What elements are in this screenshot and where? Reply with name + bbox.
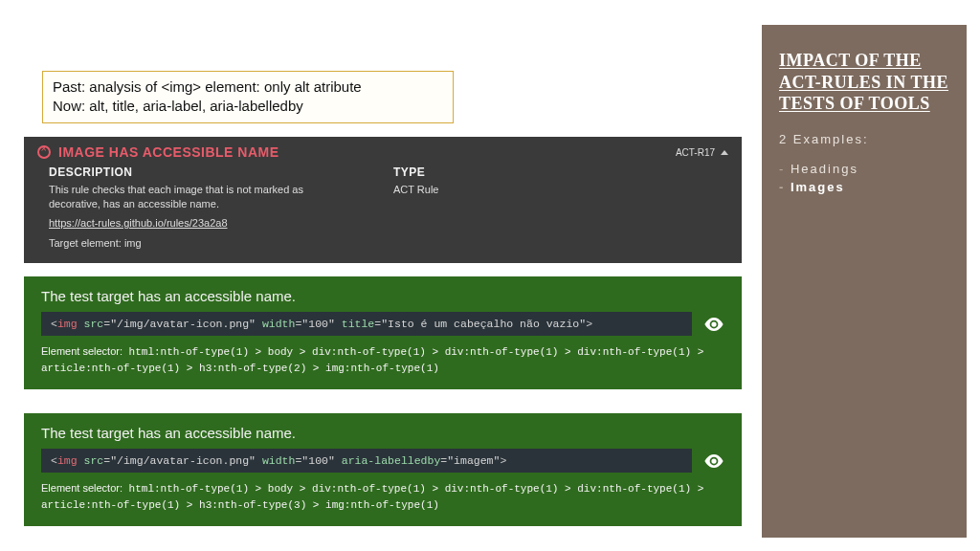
rule-card: IMAGE HAS ACCESSIBLE NAME ACT-R17 DESCRI… <box>24 137 742 263</box>
test-message: The test target has an accessible name. <box>24 276 742 312</box>
element-selector: Element selector: html:nth-of-type(1) > … <box>24 336 742 389</box>
test-result-1: The test target has an accessible name. … <box>24 276 742 389</box>
sidebar-title: IMPACT OF THE ACT-RULES IN THE TESTS OF … <box>779 50 949 115</box>
sidebar-item-images[interactable]: Images <box>779 178 949 196</box>
rule-code: ACT-R17 <box>676 147 715 158</box>
target-element: Target element: img <box>49 236 355 251</box>
code-snippet: <img src="/img/avatar-icon.png" width="1… <box>41 449 692 473</box>
sidebar: IMPACT OF THE ACT-RULES IN THE TESTS OF … <box>762 25 967 538</box>
test-message: The test target has an accessible name. <box>24 413 742 449</box>
type-heading: TYPE <box>393 165 438 179</box>
comparison-note: Past: analysis of <img> element: only al… <box>42 71 454 123</box>
code-snippet: <img src="/img/avatar-icon.png" width="1… <box>41 312 692 336</box>
sidebar-item-headings[interactable]: Headings <box>779 160 949 178</box>
note-line-now: Now: alt, title, aria-label, aria-labell… <box>53 97 443 116</box>
sidebar-list: Headings Images <box>779 160 949 196</box>
description-text: This rule checks that each image that is… <box>49 183 355 212</box>
element-selector: Element selector: html:nth-of-type(1) > … <box>24 473 742 526</box>
test-result-2: The test target has an accessible name. … <box>24 413 742 526</box>
rule-link[interactable]: https://act-rules.github.io/rules/23a2a8 <box>49 216 228 231</box>
type-value: ACT Rule <box>393 183 438 197</box>
rule-status-icon <box>37 145 51 159</box>
collapse-icon[interactable] <box>721 150 728 155</box>
sidebar-subtitle: 2 Examples: <box>779 132 949 146</box>
rule-title: IMAGE HAS ACCESSIBLE NAME <box>58 144 279 160</box>
eye-icon[interactable] <box>703 454 724 468</box>
description-heading: DESCRIPTION <box>49 165 355 179</box>
eye-icon[interactable] <box>703 318 724 331</box>
rule-header[interactable]: IMAGE HAS ACCESSIBLE NAME ACT-R17 <box>24 137 742 162</box>
note-line-past: Past: analysis of <img> element: only al… <box>53 77 443 97</box>
svg-point-0 <box>711 321 716 326</box>
svg-point-1 <box>711 458 716 463</box>
